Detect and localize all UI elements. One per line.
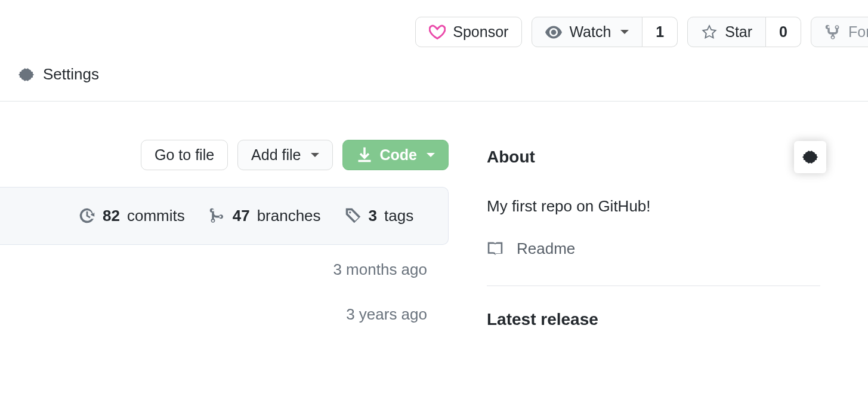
about-title: About (487, 148, 535, 167)
main-column: Go to file Add file Code 82 commits 47 b (0, 102, 449, 334)
star-group: Star 0 (687, 17, 801, 47)
star-label: Star (725, 23, 752, 41)
gear-icon (802, 149, 818, 165)
fork-icon (824, 24, 841, 41)
sponsor-button[interactable]: Sponsor (415, 17, 522, 47)
caret-down-icon (620, 30, 629, 34)
branches-link[interactable]: 47 branches (209, 207, 321, 225)
star-button[interactable]: Star (687, 17, 766, 47)
caret-down-icon (427, 153, 435, 157)
branches-count: 47 (233, 207, 250, 225)
commits-label: commits (127, 207, 185, 225)
code-button[interactable]: Code (342, 140, 449, 170)
file-timestamp: 3 months ago (0, 245, 449, 290)
about-header: About (487, 141, 868, 173)
latest-release-title: Latest release (487, 310, 868, 329)
repo-nav: Settings (0, 65, 868, 102)
sponsor-label: Sponsor (453, 23, 508, 41)
code-label: Code (380, 146, 418, 164)
history-icon (79, 207, 95, 224)
tag-icon (345, 207, 362, 224)
readme-link[interactable]: Readme (487, 240, 575, 258)
add-file-button[interactable]: Add file (237, 140, 332, 170)
about-description: My first repo on GitHub! (487, 197, 868, 216)
tab-settings-label: Settings (43, 65, 99, 84)
eye-icon (545, 24, 562, 41)
fork-group: Fork (811, 17, 868, 47)
go-to-file-label: Go to file (155, 146, 214, 164)
fork-button[interactable]: Fork (811, 17, 868, 47)
branches-label: branches (257, 207, 321, 225)
divider (487, 286, 820, 286)
file-timestamp: 3 years ago (0, 290, 449, 334)
tags-link[interactable]: 3 tags (345, 207, 414, 225)
watch-count[interactable]: 1 (642, 17, 678, 47)
branch-icon (209, 207, 226, 224)
repo-body: Go to file Add file Code 82 commits 47 b (0, 102, 868, 334)
file-action-bar: Go to file Add file Code (0, 102, 449, 187)
watch-group: Watch 1 (532, 17, 678, 47)
tab-settings[interactable]: Settings (18, 65, 99, 84)
watch-label: Watch (569, 23, 611, 41)
commits-link[interactable]: 82 commits (79, 207, 185, 225)
sidebar: About My first repo on GitHub! Readme La… (449, 102, 868, 330)
gear-icon (18, 66, 35, 83)
book-icon (487, 240, 503, 257)
repo-action-bar: Sponsor Watch 1 Star 0 Fork (0, 0, 868, 65)
caret-down-icon (311, 153, 319, 157)
readme-label: Readme (517, 240, 575, 258)
add-file-label: Add file (251, 146, 301, 164)
download-icon (356, 146, 373, 163)
watch-button[interactable]: Watch (532, 17, 642, 47)
go-to-file-button[interactable]: Go to file (141, 140, 228, 170)
fork-label: Fork (848, 23, 868, 41)
star-count[interactable]: 0 (766, 17, 801, 47)
tags-count: 3 (369, 207, 377, 225)
commits-count: 82 (103, 207, 120, 225)
repo-stats: 82 commits 47 branches 3 tags (0, 187, 449, 245)
tags-label: tags (384, 207, 413, 225)
heart-icon (429, 24, 446, 41)
star-icon (701, 24, 718, 41)
about-settings-button[interactable] (794, 141, 826, 173)
